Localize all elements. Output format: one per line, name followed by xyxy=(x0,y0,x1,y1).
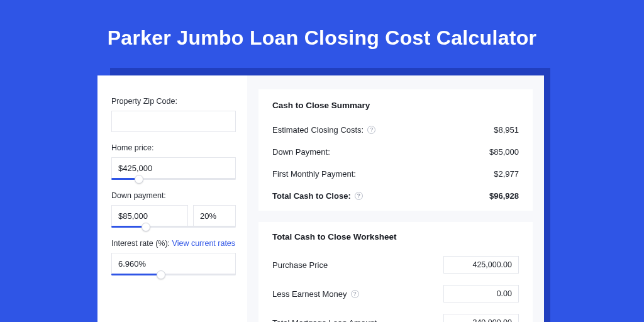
worksheet-row-label: Less Earnest Money ? xyxy=(272,289,359,299)
mortgage-loan-amount-input[interactable] xyxy=(443,314,519,322)
summary-row-value: $85,000 xyxy=(489,147,519,157)
summary-row-value: $2,977 xyxy=(494,169,519,179)
help-icon[interactable]: ? xyxy=(367,126,375,134)
down-payment-pct-input[interactable] xyxy=(193,205,236,226)
summary-row-total: Total Cash to Close: ? $96,928 xyxy=(272,185,519,207)
worksheet-row-label: Total Mortgage Loan Amount xyxy=(272,318,377,323)
interest-rate-input[interactable] xyxy=(111,253,236,274)
down-payment-label: Down payment: xyxy=(111,191,236,200)
worksheet-row-label-text: Total Mortgage Loan Amount xyxy=(272,318,377,323)
field-zip: Property Zip Code: xyxy=(111,97,236,132)
summary-row: First Monthly Payment: $2,977 xyxy=(272,163,519,185)
down-payment-slider-thumb[interactable] xyxy=(142,223,150,231)
interest-rate-label: Interest rate (%): xyxy=(111,239,172,248)
summary-row-label-text: Estimated Closing Costs: xyxy=(272,125,364,135)
worksheet-row: Purchase Price xyxy=(272,250,519,279)
summary-title: Cash to Close Summary xyxy=(272,101,519,110)
purchase-price-input[interactable] xyxy=(443,256,519,274)
summary-row-label: Total Cash to Close: ? xyxy=(272,191,363,201)
home-price-slider-thumb[interactable] xyxy=(135,175,143,184)
earnest-money-input[interactable] xyxy=(443,285,519,303)
summary-row-value: $8,951 xyxy=(494,125,519,135)
summary-row-label: First Monthly Payment: xyxy=(272,169,356,179)
summary-row-label-text: First Monthly Payment: xyxy=(272,169,356,179)
view-current-rates-link[interactable]: View current rates xyxy=(172,239,236,248)
help-icon[interactable]: ? xyxy=(351,290,359,298)
page-title: Parker Jumbo Loan Closing Cost Calculato… xyxy=(0,0,644,50)
zip-input[interactable] xyxy=(111,111,236,132)
field-down-payment: Down payment: xyxy=(111,191,236,228)
home-price-slider[interactable] xyxy=(111,178,236,180)
inputs-column: Property Zip Code: Home price: Down paym… xyxy=(97,75,247,322)
home-price-label: Home price: xyxy=(111,143,236,152)
field-interest-rate: Interest rate (%): View current rates xyxy=(111,239,236,275)
summary-row: Estimated Closing Costs: ? $8,951 xyxy=(272,119,519,141)
summary-row-label-text: Down Payment: xyxy=(272,147,330,157)
interest-rate-slider[interactable] xyxy=(111,274,236,275)
help-icon[interactable]: ? xyxy=(355,192,363,200)
interest-rate-slider-fill xyxy=(111,274,161,275)
calculator-card: Property Zip Code: Home price: Down paym… xyxy=(97,75,544,322)
field-home-price: Home price: xyxy=(111,143,236,180)
summary-row-label-text: Total Cash to Close: xyxy=(272,191,351,201)
worksheet-panel: Total Cash to Close Worksheet Purchase P… xyxy=(258,222,533,322)
down-payment-slider[interactable] xyxy=(111,226,236,228)
down-payment-input[interactable] xyxy=(111,205,188,226)
results-column: Cash to Close Summary Estimated Closing … xyxy=(247,75,544,322)
summary-row-label: Down Payment: xyxy=(272,147,330,157)
worksheet-row: Less Earnest Money ? xyxy=(272,279,519,308)
summary-row: Down Payment: $85,000 xyxy=(272,141,519,163)
worksheet-title: Total Cash to Close Worksheet xyxy=(272,232,519,242)
home-price-input[interactable] xyxy=(111,157,236,179)
worksheet-row-label-text: Less Earnest Money xyxy=(272,289,347,299)
worksheet-row-label: Purchase Price xyxy=(272,260,328,270)
interest-rate-slider-thumb[interactable] xyxy=(157,270,165,279)
down-payment-slider-fill xyxy=(111,226,146,228)
worksheet-row-label-text: Purchase Price xyxy=(272,260,328,270)
summary-row-value: $96,928 xyxy=(489,191,519,201)
summary-panel: Cash to Close Summary Estimated Closing … xyxy=(258,89,533,211)
worksheet-row: Total Mortgage Loan Amount xyxy=(272,308,519,322)
zip-label: Property Zip Code: xyxy=(111,97,236,106)
summary-row-label: Estimated Closing Costs: ? xyxy=(272,125,375,135)
